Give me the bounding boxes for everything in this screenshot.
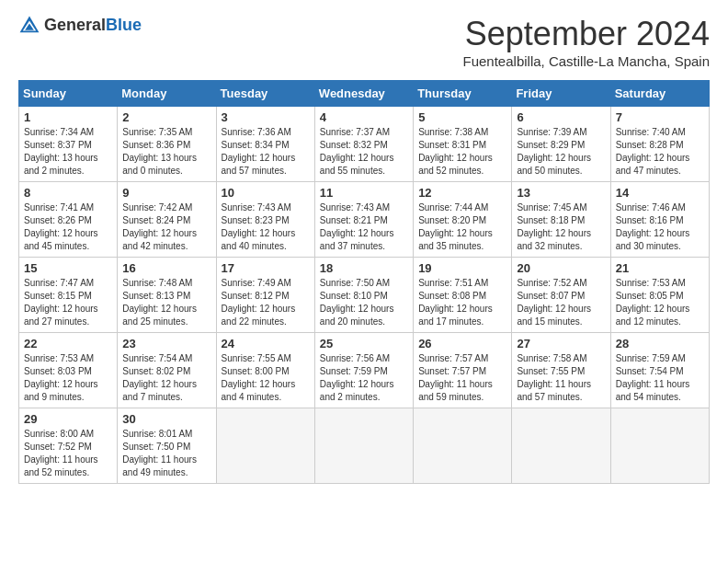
day-number: 2 bbox=[122, 110, 210, 124]
day-number: 22 bbox=[24, 337, 112, 350]
day-info: Sunrise: 7:55 AM Sunset: 8:00 PM Dayligh… bbox=[222, 352, 310, 404]
header-tuesday: Tuesday bbox=[216, 81, 314, 107]
day-cell: 8Sunrise: 7:41 AM Sunset: 8:26 PM Daylig… bbox=[19, 182, 118, 258]
day-info: Sunrise: 7:46 AM Sunset: 8:16 PM Dayligh… bbox=[616, 201, 704, 253]
day-cell: 2Sunrise: 7:35 AM Sunset: 8:36 PM Daylig… bbox=[118, 107, 216, 182]
day-cell: 30Sunrise: 8:01 AM Sunset: 7:50 PM Dayli… bbox=[118, 408, 216, 484]
title-block: September 2024 Fuentealbilla, Castille-L… bbox=[463, 15, 710, 69]
day-cell: 4Sunrise: 7:37 AM Sunset: 8:32 PM Daylig… bbox=[314, 107, 413, 182]
day-number: 30 bbox=[122, 412, 210, 426]
day-cell: 29Sunrise: 8:00 AM Sunset: 7:52 PM Dayli… bbox=[19, 408, 118, 484]
day-cell: 26Sunrise: 7:57 AM Sunset: 7:57 PM Dayli… bbox=[414, 333, 512, 408]
day-cell: 7Sunrise: 7:40 AM Sunset: 8:28 PM Daylig… bbox=[610, 107, 709, 182]
day-number: 17 bbox=[222, 261, 310, 275]
header-sunday: Sunday bbox=[19, 81, 118, 107]
day-cell: 14Sunrise: 7:46 AM Sunset: 8:16 PM Dayli… bbox=[610, 182, 709, 258]
day-info: Sunrise: 7:42 AM Sunset: 8:24 PM Dayligh… bbox=[122, 201, 210, 253]
day-cell bbox=[314, 408, 413, 484]
day-cell: 17Sunrise: 7:49 AM Sunset: 8:12 PM Dayli… bbox=[216, 258, 314, 333]
header-saturday: Saturday bbox=[610, 81, 709, 107]
day-cell: 21Sunrise: 7:53 AM Sunset: 8:05 PM Dayli… bbox=[610, 258, 709, 333]
day-info: Sunrise: 7:45 AM Sunset: 8:18 PM Dayligh… bbox=[517, 201, 605, 253]
day-info: Sunrise: 8:01 AM Sunset: 7:50 PM Dayligh… bbox=[122, 428, 210, 479]
day-cell: 11Sunrise: 7:43 AM Sunset: 8:21 PM Dayli… bbox=[314, 182, 413, 258]
week-row-4: 22Sunrise: 7:53 AM Sunset: 8:03 PM Dayli… bbox=[19, 333, 710, 408]
header-friday: Friday bbox=[512, 81, 610, 107]
day-number: 6 bbox=[517, 110, 605, 124]
day-cell: 18Sunrise: 7:50 AM Sunset: 8:10 PM Dayli… bbox=[314, 258, 413, 333]
logo-icon bbox=[18, 15, 40, 37]
month-title: September 2024 bbox=[463, 15, 710, 53]
day-number: 11 bbox=[320, 186, 408, 200]
day-number: 16 bbox=[122, 261, 210, 275]
day-number: 27 bbox=[517, 337, 605, 350]
day-number: 12 bbox=[418, 186, 506, 200]
week-row-1: 1Sunrise: 7:34 AM Sunset: 8:37 PM Daylig… bbox=[19, 107, 710, 182]
day-number: 28 bbox=[616, 337, 704, 350]
logo-text: GeneralBlue bbox=[44, 17, 142, 35]
day-cell: 9Sunrise: 7:42 AM Sunset: 8:24 PM Daylig… bbox=[118, 182, 216, 258]
week-row-2: 8Sunrise: 7:41 AM Sunset: 8:26 PM Daylig… bbox=[19, 182, 710, 258]
day-cell: 24Sunrise: 7:55 AM Sunset: 8:00 PM Dayli… bbox=[216, 333, 314, 408]
day-cell: 20Sunrise: 7:52 AM Sunset: 8:07 PM Dayli… bbox=[512, 258, 610, 333]
day-info: Sunrise: 7:52 AM Sunset: 8:07 PM Dayligh… bbox=[517, 277, 605, 328]
week-row-3: 15Sunrise: 7:47 AM Sunset: 8:15 PM Dayli… bbox=[19, 258, 710, 333]
day-info: Sunrise: 7:43 AM Sunset: 8:21 PM Dayligh… bbox=[320, 201, 408, 253]
day-info: Sunrise: 7:39 AM Sunset: 8:29 PM Dayligh… bbox=[517, 126, 605, 178]
day-number: 26 bbox=[418, 337, 506, 350]
day-number: 4 bbox=[320, 110, 408, 124]
day-info: Sunrise: 7:44 AM Sunset: 8:20 PM Dayligh… bbox=[418, 201, 506, 253]
page-header: GeneralBlue September 2024 Fuentealbilla… bbox=[18, 15, 710, 69]
day-number: 9 bbox=[122, 186, 210, 200]
day-info: Sunrise: 7:49 AM Sunset: 8:12 PM Dayligh… bbox=[222, 277, 310, 328]
day-cell bbox=[610, 408, 709, 484]
day-info: Sunrise: 7:58 AM Sunset: 7:55 PM Dayligh… bbox=[517, 352, 605, 404]
day-cell: 10Sunrise: 7:43 AM Sunset: 8:23 PM Dayli… bbox=[216, 182, 314, 258]
day-info: Sunrise: 7:57 AM Sunset: 7:57 PM Dayligh… bbox=[418, 352, 506, 404]
location-title: Fuentealbilla, Castille-La Mancha, Spain bbox=[463, 53, 710, 69]
day-info: Sunrise: 7:43 AM Sunset: 8:23 PM Dayligh… bbox=[222, 201, 310, 253]
day-number: 21 bbox=[616, 261, 704, 275]
day-cell bbox=[414, 408, 512, 484]
day-info: Sunrise: 7:38 AM Sunset: 8:31 PM Dayligh… bbox=[418, 126, 506, 178]
day-cell bbox=[512, 408, 610, 484]
day-cell bbox=[216, 408, 314, 484]
day-cell: 3Sunrise: 7:36 AM Sunset: 8:34 PM Daylig… bbox=[216, 107, 314, 182]
day-number: 20 bbox=[517, 261, 605, 275]
day-info: Sunrise: 7:59 AM Sunset: 7:54 PM Dayligh… bbox=[616, 352, 704, 404]
day-number: 8 bbox=[24, 186, 112, 200]
day-cell: 27Sunrise: 7:58 AM Sunset: 7:55 PM Dayli… bbox=[512, 333, 610, 408]
calendar-table: Sunday Monday Tuesday Wednesday Thursday… bbox=[18, 80, 710, 484]
day-info: Sunrise: 8:00 AM Sunset: 7:52 PM Dayligh… bbox=[24, 428, 112, 479]
day-number: 23 bbox=[122, 337, 210, 350]
day-cell: 28Sunrise: 7:59 AM Sunset: 7:54 PM Dayli… bbox=[610, 333, 709, 408]
day-info: Sunrise: 7:51 AM Sunset: 8:08 PM Dayligh… bbox=[418, 277, 506, 328]
day-number: 3 bbox=[222, 110, 310, 124]
day-cell: 13Sunrise: 7:45 AM Sunset: 8:18 PM Dayli… bbox=[512, 182, 610, 258]
header-wednesday: Wednesday bbox=[314, 81, 413, 107]
header-thursday: Thursday bbox=[414, 81, 512, 107]
day-cell: 22Sunrise: 7:53 AM Sunset: 8:03 PM Dayli… bbox=[19, 333, 118, 408]
day-number: 14 bbox=[616, 186, 704, 200]
header-row: Sunday Monday Tuesday Wednesday Thursday… bbox=[19, 81, 710, 107]
week-row-5: 29Sunrise: 8:00 AM Sunset: 7:52 PM Dayli… bbox=[19, 408, 710, 484]
day-info: Sunrise: 7:34 AM Sunset: 8:37 PM Dayligh… bbox=[24, 126, 112, 178]
day-info: Sunrise: 7:41 AM Sunset: 8:26 PM Dayligh… bbox=[24, 201, 112, 253]
day-info: Sunrise: 7:54 AM Sunset: 8:02 PM Dayligh… bbox=[122, 352, 210, 404]
day-info: Sunrise: 7:47 AM Sunset: 8:15 PM Dayligh… bbox=[24, 277, 112, 328]
day-number: 15 bbox=[24, 261, 112, 275]
day-cell: 23Sunrise: 7:54 AM Sunset: 8:02 PM Dayli… bbox=[118, 333, 216, 408]
day-cell: 25Sunrise: 7:56 AM Sunset: 7:59 PM Dayli… bbox=[314, 333, 413, 408]
day-cell: 1Sunrise: 7:34 AM Sunset: 8:37 PM Daylig… bbox=[19, 107, 118, 182]
day-number: 25 bbox=[320, 337, 408, 350]
day-number: 24 bbox=[222, 337, 310, 350]
day-number: 7 bbox=[616, 110, 704, 124]
day-number: 18 bbox=[320, 261, 408, 275]
day-info: Sunrise: 7:53 AM Sunset: 8:05 PM Dayligh… bbox=[616, 277, 704, 328]
day-info: Sunrise: 7:36 AM Sunset: 8:34 PM Dayligh… bbox=[222, 126, 310, 178]
day-info: Sunrise: 7:37 AM Sunset: 8:32 PM Dayligh… bbox=[320, 126, 408, 178]
logo: GeneralBlue bbox=[18, 15, 142, 37]
day-number: 5 bbox=[418, 110, 506, 124]
day-info: Sunrise: 7:40 AM Sunset: 8:28 PM Dayligh… bbox=[616, 126, 704, 178]
day-info: Sunrise: 7:56 AM Sunset: 7:59 PM Dayligh… bbox=[320, 352, 408, 404]
